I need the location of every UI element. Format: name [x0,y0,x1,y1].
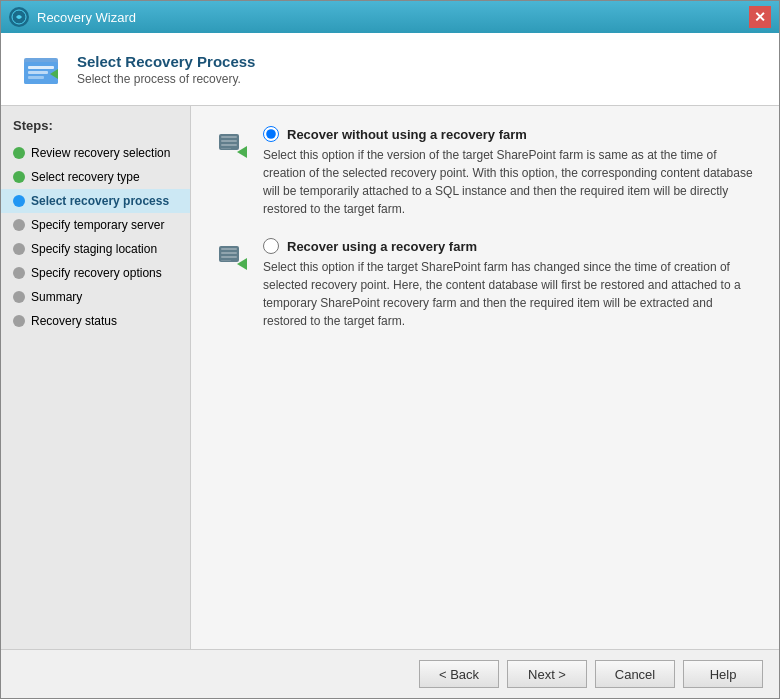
sidebar-item-recovery-status[interactable]: Recovery status [1,309,190,333]
sidebar-item-label: Specify recovery options [31,266,162,280]
dot-icon [13,291,25,303]
sidebar-item-summary[interactable]: Summary [1,285,190,309]
option-desc-without-farm: Select this option if the version of the… [263,146,755,218]
svg-rect-10 [221,144,237,146]
sidebar-item-specify-staging-location[interactable]: Specify staging location [1,237,190,261]
sidebar-item-select-recovery-process[interactable]: Select recovery process [1,189,190,213]
sidebar-item-label: Specify staging location [31,242,157,256]
svg-rect-9 [221,140,237,142]
svg-rect-15 [221,252,237,254]
option-radio-row-using-farm: Recover using a recovery farm [263,238,755,254]
radio-without-farm[interactable] [263,126,279,142]
option-content-using-farm: Recover using a recovery farm Select thi… [263,238,755,330]
sidebar: Steps: Review recovery selection Select … [1,106,191,649]
option-radio-row-without-farm: Recover without using a recovery farm [263,126,755,142]
svg-rect-14 [221,248,237,250]
sidebar-item-label: Select recovery process [31,194,169,208]
option-row-using-farm: Recover using a recovery farm Select thi… [215,238,755,330]
steps-label: Steps: [1,118,190,141]
radio-using-farm[interactable] [263,238,279,254]
sidebar-item-label: Specify temporary server [31,218,164,232]
option-desc-using-farm: Select this option if the target SharePo… [263,258,755,330]
svg-rect-3 [28,66,54,69]
title-bar-left: Recovery Wizard [9,7,136,27]
dot-icon [13,147,25,159]
option-icon-using-farm [215,240,251,276]
option-row-without-farm: Recover without using a recovery farm Se… [215,126,755,218]
content-area: Recover without using a recovery farm Se… [191,106,779,649]
svg-rect-4 [28,71,48,74]
dot-icon [13,219,25,231]
dot-icon [13,243,25,255]
header-section: Select Recovery Process Select the proce… [1,33,779,106]
title-bar: Recovery Wizard ✕ [1,1,779,33]
footer: < Back Next > Cancel Help [1,649,779,698]
back-button[interactable]: < Back [419,660,499,688]
cancel-button[interactable]: Cancel [595,660,675,688]
close-button[interactable]: ✕ [749,6,771,28]
dot-icon [13,315,25,327]
dot-icon [13,195,25,207]
sidebar-item-specify-recovery-options[interactable]: Specify recovery options [1,261,190,285]
option-content-without-farm: Recover without using a recovery farm Se… [263,126,755,218]
dot-icon [13,267,25,279]
svg-rect-16 [221,256,237,258]
help-button[interactable]: Help [683,660,763,688]
option-label-without-farm[interactable]: Recover without using a recovery farm [287,127,527,142]
sidebar-item-label: Summary [31,290,82,304]
header-icon [17,45,65,93]
option-icon-without-farm [215,128,251,164]
sidebar-item-label: Recovery status [31,314,117,328]
sidebar-item-label: Review recovery selection [31,146,170,160]
header-text: Select Recovery Process Select the proce… [77,53,255,86]
header-subtitle: Select the process of recovery. [77,72,255,86]
sidebar-item-label: Select recovery type [31,170,140,184]
svg-rect-11 [221,148,231,149]
sidebar-item-select-recovery-type[interactable]: Select recovery type [1,165,190,189]
sidebar-item-specify-temporary-server[interactable]: Specify temporary server [1,213,190,237]
option-label-using-farm[interactable]: Recover using a recovery farm [287,239,477,254]
recovery-wizard-window: Recovery Wizard ✕ Select Recovery Proces… [0,0,780,699]
next-button[interactable]: Next > [507,660,587,688]
svg-rect-5 [28,76,44,79]
sidebar-item-review-recovery-selection[interactable]: Review recovery selection [1,141,190,165]
app-icon [9,7,29,27]
svg-rect-17 [221,260,231,261]
main-content: Steps: Review recovery selection Select … [1,106,779,649]
window-title: Recovery Wizard [37,10,136,25]
header-title: Select Recovery Process [77,53,255,70]
svg-rect-8 [221,136,237,138]
dot-icon [13,171,25,183]
